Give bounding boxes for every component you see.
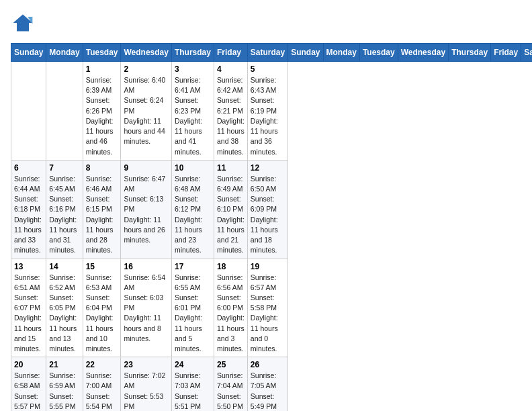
column-header-friday: Friday xyxy=(491,44,521,62)
day-number: 26 xyxy=(251,360,285,369)
day-number: 8 xyxy=(86,163,118,173)
day-number: 7 xyxy=(49,163,79,173)
column-header-wednesday: Wednesday xyxy=(121,44,171,62)
calendar-cell: 3Sunrise: 6:41 AMSunset: 6:23 PMDaylight… xyxy=(171,62,214,161)
column-header-wednesday: Wednesday xyxy=(398,44,448,62)
day-number: 18 xyxy=(217,262,245,271)
calendar-cell: 13Sunrise: 6:51 AMSunset: 6:07 PMDayligh… xyxy=(11,259,46,357)
day-info: Sunrise: 6:47 AMSunset: 6:13 PMDaylight:… xyxy=(124,174,168,246)
day-number: 10 xyxy=(175,163,211,173)
day-number: 11 xyxy=(217,163,245,173)
day-info: Sunrise: 6:55 AMSunset: 6:01 PMDaylight:… xyxy=(175,273,211,355)
calendar-cell: 1Sunrise: 6:39 AMSunset: 6:26 PMDaylight… xyxy=(83,62,121,161)
calendar-cell: 6Sunrise: 6:44 AMSunset: 6:18 PMDaylight… xyxy=(11,160,46,259)
day-number: 5 xyxy=(251,64,285,74)
day-info: Sunrise: 6:59 AMSunset: 5:55 PMDaylight:… xyxy=(49,371,79,411)
calendar-cell: 22Sunrise: 7:00 AMSunset: 5:54 PMDayligh… xyxy=(83,357,121,411)
column-header-thursday: Thursday xyxy=(171,44,214,62)
column-header-monday: Monday xyxy=(46,44,83,62)
calendar-cell: 4Sunrise: 6:42 AMSunset: 6:21 PMDaylight… xyxy=(214,62,247,161)
day-info: Sunrise: 6:42 AMSunset: 6:21 PMDaylight:… xyxy=(217,75,245,157)
column-header-tuesday: Tuesday xyxy=(359,44,398,62)
column-header-sunday: Sunday xyxy=(288,44,323,62)
day-info: Sunrise: 6:46 AMSunset: 6:15 PMDaylight:… xyxy=(86,174,118,256)
calendar-cell: 20Sunrise: 6:58 AMSunset: 5:57 PMDayligh… xyxy=(11,357,46,411)
calendar-cell: 14Sunrise: 6:52 AMSunset: 6:05 PMDayligh… xyxy=(46,259,83,357)
calendar-cell: 15Sunrise: 6:53 AMSunset: 6:04 PMDayligh… xyxy=(83,259,121,357)
day-info: Sunrise: 7:04 AMSunset: 5:50 PMDaylight:… xyxy=(217,371,245,411)
calendar-cell: 9Sunrise: 6:47 AMSunset: 6:13 PMDaylight… xyxy=(121,160,171,259)
calendar-cell: 8Sunrise: 6:46 AMSunset: 6:15 PMDaylight… xyxy=(83,160,121,259)
calendar-table: SundayMondayTuesdayWednesdayThursdayFrid… xyxy=(11,43,532,411)
day-info: Sunrise: 6:44 AMSunset: 6:18 PMDaylight:… xyxy=(14,174,43,256)
day-number: 16 xyxy=(124,262,168,271)
day-info: Sunrise: 7:03 AMSunset: 5:51 PMDaylight:… xyxy=(175,371,211,411)
day-number: 3 xyxy=(175,64,211,74)
day-number: 14 xyxy=(49,262,79,271)
day-number: 15 xyxy=(86,262,118,271)
day-info: Sunrise: 6:39 AMSunset: 6:26 PMDaylight:… xyxy=(86,75,118,157)
calendar-cell: 25Sunrise: 7:04 AMSunset: 5:50 PMDayligh… xyxy=(214,357,247,411)
calendar-cell: 10Sunrise: 6:48 AMSunset: 6:12 PMDayligh… xyxy=(171,160,214,259)
page-header xyxy=(11,11,521,35)
calendar-cell: 24Sunrise: 7:03 AMSunset: 5:51 PMDayligh… xyxy=(171,357,214,411)
day-info: Sunrise: 6:56 AMSunset: 6:00 PMDaylight:… xyxy=(217,273,245,355)
calendar-cell: 16Sunrise: 6:54 AMSunset: 6:03 PMDayligh… xyxy=(121,259,171,357)
day-number: 20 xyxy=(14,360,43,369)
calendar-week-row: 20Sunrise: 6:58 AMSunset: 5:57 PMDayligh… xyxy=(11,357,533,411)
day-number: 23 xyxy=(124,360,168,369)
calendar-cell: 11Sunrise: 6:49 AMSunset: 6:10 PMDayligh… xyxy=(214,160,247,259)
day-number: 9 xyxy=(124,163,168,173)
day-info: Sunrise: 6:50 AMSunset: 6:09 PMDaylight:… xyxy=(251,174,285,256)
day-info: Sunrise: 6:58 AMSunset: 5:57 PMDaylight:… xyxy=(14,371,43,411)
day-number: 24 xyxy=(175,360,211,369)
calendar-week-row: 1Sunrise: 6:39 AMSunset: 6:26 PMDaylight… xyxy=(11,62,533,161)
calendar-cell xyxy=(11,62,46,161)
calendar-cell: 18Sunrise: 6:56 AMSunset: 6:00 PMDayligh… xyxy=(214,259,247,357)
calendar-week-row: 13Sunrise: 6:51 AMSunset: 6:07 PMDayligh… xyxy=(11,259,533,357)
day-info: Sunrise: 6:43 AMSunset: 6:19 PMDaylight:… xyxy=(251,75,285,157)
calendar-cell: 26Sunrise: 7:05 AMSunset: 5:49 PMDayligh… xyxy=(247,357,287,411)
calendar-cell: 17Sunrise: 6:55 AMSunset: 6:01 PMDayligh… xyxy=(171,259,214,357)
day-info: Sunrise: 7:00 AMSunset: 5:54 PMDaylight:… xyxy=(86,371,118,411)
day-number: 21 xyxy=(49,360,79,369)
day-info: Sunrise: 7:02 AMSunset: 5:53 PMDaylight:… xyxy=(124,371,168,411)
calendar-week-row: 6Sunrise: 6:44 AMSunset: 6:18 PMDaylight… xyxy=(11,160,533,259)
column-header-monday: Monday xyxy=(323,44,359,62)
column-header-sunday: Sunday xyxy=(11,44,46,62)
day-number: 2 xyxy=(124,64,168,74)
day-info: Sunrise: 7:05 AMSunset: 5:49 PMDaylight:… xyxy=(251,371,285,411)
day-number: 12 xyxy=(251,163,285,173)
calendar-cell: 12Sunrise: 6:50 AMSunset: 6:09 PMDayligh… xyxy=(247,160,287,259)
logo-icon xyxy=(11,11,35,35)
logo xyxy=(11,11,38,35)
calendar-cell: 19Sunrise: 6:57 AMSunset: 5:58 PMDayligh… xyxy=(247,259,287,357)
day-number: 6 xyxy=(14,163,43,173)
column-header-thursday: Thursday xyxy=(449,44,491,62)
day-number: 19 xyxy=(251,262,285,271)
day-info: Sunrise: 6:57 AMSunset: 5:58 PMDaylight:… xyxy=(251,273,285,355)
calendar-cell: 5Sunrise: 6:43 AMSunset: 6:19 PMDaylight… xyxy=(247,62,287,161)
calendar-cell: 7Sunrise: 6:45 AMSunset: 6:16 PMDaylight… xyxy=(46,160,83,259)
calendar-cell: 21Sunrise: 6:59 AMSunset: 5:55 PMDayligh… xyxy=(46,357,83,411)
day-info: Sunrise: 6:54 AMSunset: 6:03 PMDaylight:… xyxy=(124,273,168,345)
day-number: 13 xyxy=(14,262,43,271)
column-header-saturday: Saturday xyxy=(247,44,287,62)
column-header-friday: Friday xyxy=(214,44,247,62)
day-info: Sunrise: 6:48 AMSunset: 6:12 PMDaylight:… xyxy=(175,174,211,256)
column-header-saturday: Saturday xyxy=(521,44,532,62)
calendar-cell: 2Sunrise: 6:40 AMSunset: 6:24 PMDaylight… xyxy=(121,62,171,161)
day-number: 22 xyxy=(86,360,118,369)
day-info: Sunrise: 6:51 AMSunset: 6:07 PMDaylight:… xyxy=(14,273,43,355)
day-number: 1 xyxy=(86,64,118,74)
day-info: Sunrise: 6:52 AMSunset: 6:05 PMDaylight:… xyxy=(49,273,79,355)
column-header-tuesday: Tuesday xyxy=(83,44,121,62)
day-info: Sunrise: 6:40 AMSunset: 6:24 PMDaylight:… xyxy=(124,75,168,147)
day-info: Sunrise: 6:41 AMSunset: 6:23 PMDaylight:… xyxy=(175,75,211,157)
day-info: Sunrise: 6:49 AMSunset: 6:10 PMDaylight:… xyxy=(217,174,245,256)
day-info: Sunrise: 6:45 AMSunset: 6:16 PMDaylight:… xyxy=(49,174,79,256)
calendar-cell xyxy=(46,62,83,161)
day-info: Sunrise: 6:53 AMSunset: 6:04 PMDaylight:… xyxy=(86,273,118,355)
day-number: 17 xyxy=(175,262,211,271)
day-number: 4 xyxy=(217,64,245,74)
